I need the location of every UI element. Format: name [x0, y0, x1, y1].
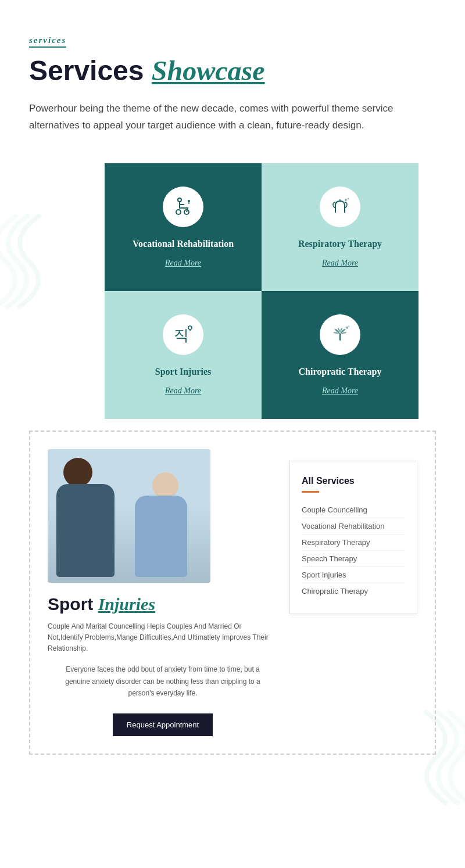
detail-left-col: Sport Injuries Couple And Marital Counce…	[48, 449, 278, 736]
detail-title: Sport Injuries	[48, 594, 278, 614]
chiro-title: Chiropratic Therapy	[299, 367, 382, 377]
svg-point-3	[188, 200, 190, 202]
list-item[interactable]: Chiropratic Therapy	[302, 583, 405, 599]
main-title: Services Showcase	[29, 55, 436, 87]
detail-title-plain: Sport	[48, 594, 93, 614]
services-list: Couple Councelling Vocational Rehabilita…	[302, 502, 405, 599]
respiratory-icon	[330, 196, 350, 217]
detail-blockquote: Everyone faces the odd bout of anxiety f…	[48, 663, 278, 699]
sidebar-col: All Services Couple Councelling Vocation…	[289, 449, 417, 736]
service-card-respiratory: Respiratory Therapy Read More	[262, 163, 419, 291]
section-label: services	[29, 35, 66, 48]
service-card-chiro: Chiropratic Therapy Read More	[262, 291, 419, 419]
lotus-icon	[330, 324, 350, 345]
chiro-read-more[interactable]: Read More	[322, 386, 358, 396]
vocational-icon-wrap	[163, 186, 203, 227]
services-divider	[302, 491, 319, 493]
list-item[interactable]: Respiratory Therapy	[302, 535, 405, 551]
services-grid: Vocational Rehabilitation Read More Resp…	[105, 163, 419, 419]
list-item[interactable]: Couple Councelling	[302, 502, 405, 518]
sport-read-more[interactable]: Read More	[165, 386, 201, 396]
sport-icon: 직	[173, 324, 194, 345]
svg-point-5	[345, 199, 347, 201]
respiratory-title: Respiratory Therapy	[298, 239, 382, 249]
service-card-sport: 직 Sport Injuries Read More	[105, 291, 262, 419]
svg-point-10	[346, 327, 348, 329]
svg-text:직: 직	[174, 327, 189, 344]
sport-title-card: Sport Injuries	[155, 367, 211, 377]
list-item[interactable]: Speech Therapy	[302, 551, 405, 567]
service-card-vocational: Vocational Rehabilitation Read More	[105, 163, 262, 291]
chiro-icon-wrap	[320, 314, 360, 355]
svg-point-1	[176, 210, 181, 214]
detail-description: Couple And Marital Councelling Hepis Cou…	[48, 621, 278, 655]
svg-point-6	[348, 198, 349, 199]
all-services-title: All Services	[302, 476, 405, 486]
list-item[interactable]: Vocational Rehabilitation	[302, 518, 405, 535]
sport-icon-wrap: 직	[163, 314, 203, 355]
all-services-box: All Services Couple Councelling Vocation…	[289, 461, 417, 614]
respiratory-read-more[interactable]: Read More	[322, 259, 358, 268]
title-italic: Showcase	[152, 55, 265, 86]
vocational-read-more[interactable]: Read More	[165, 259, 201, 268]
wheelchair-icon	[173, 196, 194, 217]
title-plain: Services	[29, 55, 144, 86]
request-appointment-button[interactable]: Request Appointment	[113, 713, 213, 736]
detail-dashed-box: Sport Injuries Couple And Marital Counce…	[29, 431, 436, 755]
list-item[interactable]: Sport Injuries	[302, 567, 405, 583]
sport-photo	[48, 449, 210, 583]
section-description: Powerhour being the theme of the new dec…	[29, 101, 407, 134]
respiratory-icon-wrap	[320, 186, 360, 227]
svg-point-0	[178, 198, 181, 202]
vocational-title: Vocational Rehabilitation	[133, 239, 234, 249]
svg-point-11	[348, 325, 350, 327]
photo-service-section: Sport Injuries Couple And Marital Counce…	[48, 449, 417, 736]
detail-title-italic: Injuries	[98, 594, 155, 614]
